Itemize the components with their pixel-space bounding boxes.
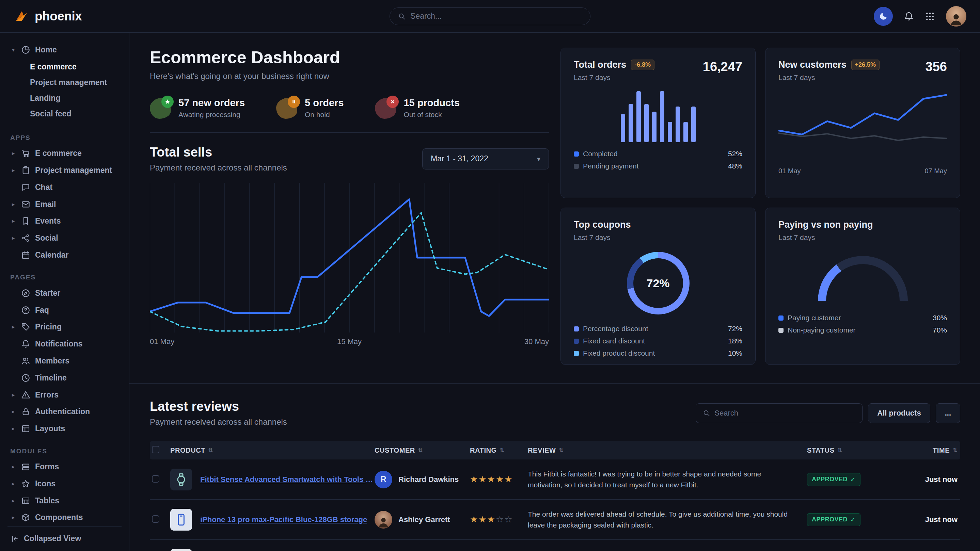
legend-swatch	[778, 328, 784, 333]
paying-gauge-chart	[818, 256, 908, 302]
caret-right-icon: ▸	[10, 218, 16, 225]
sidebar-item-label: Calendar	[35, 251, 68, 260]
new-customers-card: New customers +26.5% Last 7 days 356 01 …	[765, 48, 960, 198]
sidebar-item-ecommerce[interactable]: ▸ E commerce	[8, 145, 122, 162]
caret-right-icon: ▸	[10, 201, 16, 208]
caret-right-icon: ▸	[10, 235, 16, 241]
caret-right-icon: ▸	[10, 514, 16, 521]
sidebar-item-social[interactable]: ▸ Social	[8, 230, 122, 247]
box-icon	[21, 513, 30, 522]
sidebar-item-email[interactable]: ▸ Email	[8, 196, 122, 213]
select-all-checkbox[interactable]	[152, 446, 159, 453]
sort-icon: ⇅	[208, 447, 213, 454]
sidebar-item-errors[interactable]: ▸ Errors	[8, 386, 122, 403]
page-subtitle: Here's what's going on at your business …	[150, 71, 549, 81]
sidebar-section-pages: PAGES	[10, 274, 119, 281]
card-title: Total orders	[574, 60, 626, 70]
clipboard-icon	[21, 166, 30, 175]
reviews-search-input[interactable]	[714, 409, 855, 418]
sidebar-section-apps: APPS	[10, 134, 119, 141]
sidebar-item-layouts[interactable]: ▸ Layouts	[8, 420, 122, 437]
all-products-button[interactable]: All products	[868, 403, 930, 423]
product-link[interactable]: Fitbit Sense Advanced Smartwatch with To…	[200, 475, 375, 484]
sidebar-item-ecommerce-dashboard[interactable]: E commerce	[30, 59, 122, 75]
sidebar-item-label: Pricing	[35, 322, 62, 332]
x-axis-label: 15 May	[337, 337, 362, 346]
sidebar-item-authentication[interactable]: ▸ Authentication	[8, 403, 122, 420]
sidebar-item-events[interactable]: ▸ Events	[8, 213, 122, 230]
column-header-review[interactable]: REVIEW⇅	[528, 446, 807, 454]
check-icon: ✓	[850, 516, 856, 524]
check-icon: ✓	[850, 476, 856, 483]
column-header-status[interactable]: STATUS⇅	[807, 446, 885, 454]
sidebar-item-members[interactable]: Members	[8, 353, 122, 370]
sidebar-item-calendar[interactable]: Calendar	[8, 247, 122, 264]
alert-triangle-icon	[21, 391, 30, 400]
sort-icon: ⇅	[559, 447, 564, 454]
form-icon	[21, 462, 30, 472]
column-header-product[interactable]: PRODUCT⇅	[170, 446, 375, 454]
star-icon	[161, 95, 173, 108]
sidebar-item-label: Events	[35, 216, 60, 225]
table-icon	[21, 496, 30, 505]
sidebar-item-landing[interactable]: Landing	[30, 91, 122, 106]
caret-right-icon: ▸	[10, 463, 16, 470]
sidebar-item-label: Home	[35, 45, 57, 54]
sidebar-item-faq[interactable]: Faq	[8, 302, 122, 319]
pie-chart-icon	[21, 45, 30, 54]
phone-icon	[174, 513, 188, 527]
sidebar-item-icons[interactable]: ▸ Icons	[8, 475, 122, 492]
home-submenu: E commerce Project management Landing So…	[8, 59, 122, 124]
sidebar-item-tables[interactable]: ▸ Tables	[8, 492, 122, 509]
apps-grid-button[interactable]	[925, 11, 935, 21]
x-axis-label: 01 May	[778, 167, 801, 175]
sidebar-item-forms[interactable]: ▸ Forms	[8, 459, 122, 475]
sidebar-item-label: Authentication	[35, 407, 90, 416]
row-checkbox[interactable]	[152, 515, 159, 523]
brand-name: phoenix	[35, 9, 82, 24]
more-options-button[interactable]: ...	[936, 403, 960, 423]
sidebar-item-starter[interactable]: Starter	[8, 284, 122, 302]
compass-icon	[21, 289, 30, 298]
sidebar-item-social-feed[interactable]: Social feed	[30, 106, 122, 122]
x-axis-label: 30 May	[524, 337, 549, 346]
row-checkbox[interactable]	[152, 475, 159, 483]
reviews-search	[696, 403, 862, 423]
sidebar-item-components[interactable]: ▸ Components	[8, 509, 122, 526]
bell-icon	[21, 339, 30, 348]
sidebar-item-project-management[interactable]: ▸ Project management	[8, 162, 122, 179]
legend-swatch	[574, 164, 579, 169]
card-period: Last 7 days	[574, 73, 654, 82]
product-link[interactable]: iPhone 13 pro max-Pacific Blue-128GB sto…	[200, 515, 367, 524]
sidebar-item-label: Members	[35, 356, 70, 365]
theme-toggle-button[interactable]	[874, 7, 893, 26]
sidebar-item-chat[interactable]: Chat	[8, 179, 122, 196]
stat-blob	[150, 98, 171, 119]
column-header-rating[interactable]: RATING⇅	[470, 446, 528, 454]
total-sells-title: Total sells	[150, 145, 287, 160]
sidebar-item-pricing[interactable]: ▸ Pricing	[8, 319, 122, 335]
collapse-sidebar-button[interactable]: Collapsed View	[8, 526, 122, 551]
caret-right-icon: ▸	[10, 425, 16, 432]
mail-icon	[21, 200, 30, 209]
legend-item: Non-paying customer 70%	[778, 324, 947, 336]
latest-reviews-section: Latest reviews Payment received across a…	[129, 383, 980, 551]
search-icon	[703, 410, 710, 417]
caret-right-icon: ▸	[10, 323, 16, 330]
new-customers-value: 356	[926, 60, 947, 74]
product-thumbnail	[170, 549, 192, 551]
date-range-select[interactable]: Mar 1 - 31, 2022 ▾	[422, 148, 549, 170]
notifications-button[interactable]	[904, 11, 914, 21]
user-avatar[interactable]	[946, 6, 966, 27]
stat-orders-on-hold: 5 orders On hold	[276, 97, 344, 119]
moon-icon	[878, 11, 888, 21]
table-row: iPhone 13 pro max-Pacific Blue-128GB sto…	[150, 500, 960, 540]
sidebar-item-notifications[interactable]: Notifications	[8, 335, 122, 353]
column-header-time[interactable]: TIME⇅	[885, 446, 960, 454]
sidebar-item-home[interactable]: ▾ Home	[8, 41, 122, 59]
global-search-input[interactable]	[410, 11, 582, 21]
sidebar-item-label: Faq	[35, 306, 49, 315]
sidebar-item-timeline[interactable]: Timeline	[8, 369, 122, 386]
sidebar-item-project-management-dashboard[interactable]: Project management	[30, 75, 122, 91]
column-header-customer[interactable]: CUSTOMER⇅	[375, 446, 470, 454]
